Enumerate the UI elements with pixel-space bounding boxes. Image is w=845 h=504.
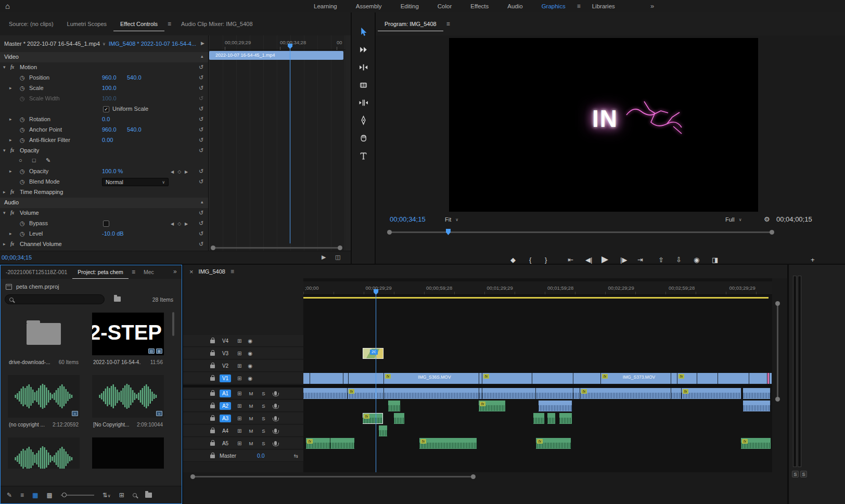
razor-tool[interactable] xyxy=(356,78,370,92)
track-select-forward-tool[interactable] xyxy=(356,43,370,56)
sync-lock-icon[interactable]: ⊞ xyxy=(237,428,241,434)
scrollbar-track[interactable] xyxy=(213,247,340,249)
checkbox[interactable] xyxy=(103,221,109,227)
ec-playhead[interactable] xyxy=(290,44,290,243)
export-frame-button[interactable]: ◉ xyxy=(694,256,699,264)
panel-menu-icon[interactable]: ≡ xyxy=(443,20,453,28)
workspace-overflow-icon[interactable]: » xyxy=(650,2,653,10)
sync-lock-icon[interactable]: ⊞ xyxy=(237,441,241,446)
program-tab[interactable]: Program: IMG_5408 xyxy=(378,17,443,31)
solo-left-button[interactable]: S xyxy=(792,471,799,477)
twirl-icon[interactable]: ▾ xyxy=(3,148,6,153)
clip[interactable]: fx xyxy=(482,373,532,384)
panel-menu-icon[interactable]: ≡ xyxy=(231,268,234,275)
item-name[interactable]: 2022-10-07 16-54-4... xyxy=(93,359,141,365)
param-value[interactable]: 960.0 xyxy=(102,74,117,81)
hand-tool[interactable] xyxy=(356,131,370,145)
prev-keyframe-icon[interactable]: ◀ xyxy=(171,222,174,226)
panel-overflow-icon[interactable]: » xyxy=(173,268,176,275)
clip[interactable] xyxy=(749,373,767,384)
clip[interactable] xyxy=(394,413,405,424)
stopwatch-icon[interactable]: ◷ xyxy=(20,126,25,133)
step-back-button[interactable]: ◀| xyxy=(585,256,592,264)
sync-lock-icon[interactable]: ⊞ xyxy=(237,416,241,421)
item-name[interactable]: [No Copyright... xyxy=(93,422,129,428)
reset-param-icon[interactable]: ↺ xyxy=(199,241,203,248)
workspace-tab-learning[interactable]: Learning xyxy=(304,3,347,9)
solo-button[interactable]: S xyxy=(262,391,265,396)
playback-resolution-select[interactable]: Full∨ xyxy=(725,216,742,223)
stopwatch-icon[interactable]: ◷ xyxy=(20,230,25,237)
item-thumbnail[interactable]: ≈ xyxy=(8,375,80,418)
reset-param-icon[interactable]: ↺ xyxy=(199,126,203,133)
mark-out-button[interactable]: } xyxy=(545,256,547,264)
stopwatch-icon[interactable]: ◷ xyxy=(20,178,25,185)
workspace-tab-graphics[interactable]: Graphics xyxy=(532,3,575,9)
scrollbar-handle[interactable] xyxy=(193,476,473,477)
workspace-tab-audio[interactable]: Audio xyxy=(498,3,532,9)
clip[interactable]: fx xyxy=(306,438,330,449)
reset-param-icon[interactable]: ↺ xyxy=(199,168,203,175)
clip[interactable]: fx xyxy=(580,388,671,399)
thumbnail-zoom-slider[interactable] xyxy=(61,495,94,496)
stopwatch-icon[interactable]: ◷ xyxy=(20,95,25,102)
automate-to-sequence-icon[interactable]: ⊞ xyxy=(119,492,124,499)
new-search-bin-icon[interactable] xyxy=(114,296,121,302)
collapse-section-icon[interactable]: ▴ xyxy=(201,54,203,59)
reset-param-icon[interactable]: ↺ xyxy=(199,95,203,102)
mute-button[interactable]: M xyxy=(249,428,253,434)
timeline-tab[interactable]: IMG_5408 xyxy=(199,268,225,275)
voiceover-record-icon[interactable] xyxy=(274,416,277,420)
panel-tab-mec[interactable]: Mec xyxy=(138,265,159,279)
clip[interactable] xyxy=(770,373,772,384)
new-bin-icon[interactable] xyxy=(145,493,152,498)
workspace-menu-icon[interactable]: ≡ xyxy=(575,3,583,10)
track-target-v4[interactable]: V4 xyxy=(220,337,231,345)
collapse-section-icon[interactable]: ▴ xyxy=(201,199,203,204)
effect-name[interactable]: Volume xyxy=(20,210,39,216)
search-input[interactable] xyxy=(17,296,95,303)
blend-mode-select[interactable]: Normal∨ xyxy=(102,178,169,186)
reset-param-icon[interactable]: ↺ xyxy=(199,137,203,144)
lock-icon[interactable] xyxy=(210,365,215,368)
item-thumbnail[interactable] xyxy=(92,437,164,469)
scrollbar-handle[interactable] xyxy=(777,305,778,398)
panel-menu-icon[interactable]: ≡ xyxy=(164,20,174,28)
mark-in-button[interactable]: { xyxy=(529,256,531,264)
mute-button[interactable]: M xyxy=(249,441,253,446)
settings-wrench-icon[interactable]: ⚙ xyxy=(764,215,770,223)
panel-tab-effect-controls[interactable]: Effect Controls xyxy=(113,17,164,31)
project-writable-icon[interactable]: ✎ xyxy=(7,492,12,499)
twirl-icon[interactable]: ▸ xyxy=(9,169,12,174)
twirl-icon[interactable]: ▸ xyxy=(3,241,6,247)
seek-zoom-handle[interactable] xyxy=(770,230,774,235)
project-item[interactable]: ≈(no copyright ...2:12:20592 xyxy=(8,375,80,418)
reset-param-icon[interactable]: ↺ xyxy=(199,210,203,216)
param-value[interactable]: 540.0 xyxy=(127,126,142,133)
stopwatch-icon[interactable]: ◷ xyxy=(20,220,25,227)
program-timecode[interactable]: 00;00;34;15 xyxy=(390,215,426,223)
twirl-icon[interactable]: ▾ xyxy=(3,210,6,215)
breadcrumb[interactable]: peta chem.prproj xyxy=(1,281,59,292)
voiceover-record-icon[interactable] xyxy=(274,391,277,395)
clip[interactable] xyxy=(536,388,573,399)
project-item[interactable]: 2-STEP⊟⊞2022-10-07 16-54-4...11:56 xyxy=(92,313,164,355)
comparison-view-button[interactable]: ◨ xyxy=(712,256,718,264)
clip[interactable] xyxy=(379,425,388,436)
clip[interactable]: fx xyxy=(348,388,384,399)
play-button[interactable]: ▶ xyxy=(601,254,608,264)
clip-img-s36s-mov[interactable]: fxIMG_S36S.MOV xyxy=(384,373,479,384)
param-value[interactable]: 100.0 xyxy=(102,95,117,101)
project-item[interactable]: drive-download-...60 Items xyxy=(8,313,80,355)
panel-tab-source-no-clips[interactable]: Source: (no clips) xyxy=(2,17,60,31)
clip[interactable] xyxy=(303,388,348,399)
clip[interactable] xyxy=(539,400,572,411)
clip-20[interactable]: 20 xyxy=(363,348,384,359)
param-value[interactable]: 100.0 xyxy=(102,85,117,91)
toggle-track-output-icon[interactable]: ◉ xyxy=(248,376,252,381)
clip[interactable] xyxy=(330,438,355,449)
reset-param-icon[interactable]: ↺ xyxy=(199,178,203,185)
clip[interactable]: fx xyxy=(682,388,741,399)
project-item[interactable]: ≈[No Copyright...2:09:10044 xyxy=(92,375,164,418)
voiceover-record-icon[interactable] xyxy=(274,404,277,408)
